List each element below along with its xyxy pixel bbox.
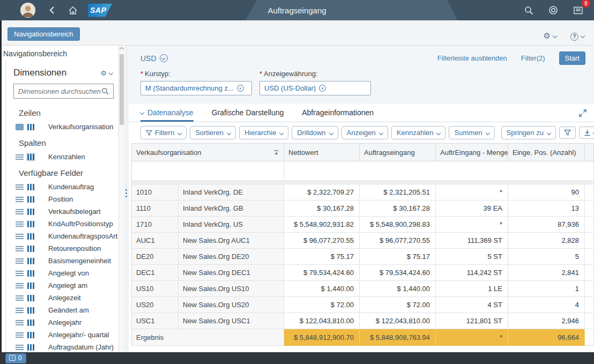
sap-logo[interactable]: SAP [88,4,112,17]
dimension-item[interactable]: Retourenposition [6,242,124,255]
kurstyp-input[interactable]: M (Standardumrechnung z... × [140,81,252,95]
columns-icon[interactable] [27,246,34,252]
toolbar-menu-button[interactable]: Hierarchie [239,126,288,139]
anzahl-cell[interactable]: 90 [508,184,585,200]
avatar[interactable] [20,3,35,18]
dimension-item[interactable]: Verkaufsbelegart [6,205,124,218]
dimensions-settings-button[interactable]: ⚙ [100,70,113,77]
org-code-cell[interactable]: USC1 [132,313,179,329]
nettowert-cell[interactable]: $ 5,548,902,931.82 [284,217,360,233]
table-filter-button[interactable] [559,127,576,139]
column-header-auftragseingang[interactable]: Auftragseingang [360,144,436,161]
anzahl-cell[interactable]: 2,828 [508,233,585,249]
nettowert-cell[interactable]: $ 30,167.28 [284,200,360,217]
go-button[interactable]: Start [559,51,585,65]
dimension-item[interactable]: Geändert am [6,304,124,316]
org-name-cell[interactable]: New Sales.Org USC1 [179,313,284,329]
columns-icon[interactable] [27,233,34,240]
toolbar-menu-button[interactable]: Drilldown [292,126,338,139]
dimension-item[interactable]: Basismengeneinheit [6,255,124,267]
auftragseingang-cell[interactable]: $ 30,167.28 [360,200,436,217]
menge-cell[interactable]: 4 ST [436,297,508,313]
org-name-cell[interactable]: Inland VerkOrg. GB [179,200,284,217]
org-name-cell[interactable]: New Sales.Org US10 [179,281,284,297]
toolbar-menu-button[interactable]: Filtern [140,126,187,139]
rows-icon[interactable] [16,345,24,350]
rows-icon[interactable] [16,209,24,214]
columns-icon[interactable] [27,258,34,264]
anzahl-cell[interactable]: 5 [508,249,585,265]
fullscreen-button[interactable] [579,104,586,122]
nettowert-cell[interactable]: $ 75.17 [284,249,360,265]
rows-icon[interactable] [16,221,24,227]
nettowert-cell[interactable]: $ 122,043,810.00 [284,313,360,329]
auftragseingang-cell[interactable]: $ 1,440.00 [360,281,436,297]
org-name-cell[interactable]: New Sales.Org DE20 [179,249,284,265]
dimension-item[interactable]: Angelegt am [6,279,124,292]
nettowert-cell[interactable]: $ 72.00 [284,297,360,313]
navigation-panel-toggle-button[interactable]: Navigationsbereich [8,27,80,41]
nettowert-cell[interactable]: $ 2,322,709.27 [284,184,360,200]
dimension-item[interactable]: KundenauftragsposArt [6,230,124,242]
auftragseingang-cell[interactable]: $ 2,321,205.51 [360,184,436,200]
rows-icon[interactable] [16,258,24,264]
menge-cell[interactable]: 114,242 ST [436,265,508,281]
org-code-cell[interactable]: 1710 [132,217,179,233]
auftragseingang-cell[interactable]: $ 5,548,900,298.83 [360,217,436,233]
rows-icon[interactable] [16,154,24,160]
anzeigewaehrung-input[interactable]: USD (US-Dollar) × [259,81,371,95]
columns-icon[interactable] [27,184,34,190]
dimension-search-box[interactable] [13,84,114,99]
dimension-item[interactable]: Verkaufsorganisation [6,121,124,133]
token-remove-icon[interactable]: × [237,85,244,92]
rows-icon[interactable] [16,308,24,313]
jump-to-button[interactable]: Springen zu [501,126,556,139]
auftragseingang-cell[interactable]: $ 96,077,270.55 [360,233,436,249]
org-code-cell[interactable]: 1110 [132,200,179,217]
auftragseingang-cell[interactable]: $ 79,534,424.60 [360,265,436,281]
dimension-item[interactable]: Position [6,193,124,205]
home-icon[interactable] [65,3,80,18]
anzahl-cell[interactable]: 4 [508,297,585,313]
anzahl-cell[interactable]: 1 [508,281,585,297]
columns-icon[interactable] [27,307,34,314]
org-name-cell[interactable]: New Sales.Org DEC1 [179,265,284,281]
dimension-item[interactable]: Anlegejahr/- quartal [6,329,124,341]
columns-icon[interactable] [27,124,34,130]
menge-cell[interactable]: 1 LE [436,281,508,297]
hide-filterbar-link[interactable]: Filterleiste ausblenden [437,54,507,62]
org-code-cell[interactable]: US20 [132,297,179,313]
rows-icon[interactable] [16,184,24,190]
header-filter-cell[interactable] [284,161,594,181]
filters-link[interactable]: Filter(2) [521,54,545,62]
rows-icon[interactable] [16,283,24,288]
org-code-cell[interactable]: AUC1 [132,233,179,249]
anzahl-cell[interactable]: 2,841 [508,265,585,281]
tab-datenanalyse[interactable]: Datenanalyse [140,104,194,122]
columns-icon[interactable] [27,320,34,326]
tab-grafische-darstellung[interactable]: Grafische Darstellung [212,104,284,122]
rows-icon[interactable] [16,246,24,251]
columns-icon[interactable] [27,270,34,277]
messages-button[interactable]: ! 0 [5,353,26,363]
nettowert-cell[interactable]: $ 96,077,270.55 [284,233,360,249]
org-name-cell[interactable]: New Sales.Org AUC1 [179,233,284,249]
notifications-icon[interactable]: 8 [570,3,585,18]
anzahl-cell[interactable]: 13 [508,200,585,217]
menge-cell[interactable]: 111,369 ST [436,233,508,249]
menge-cell[interactable]: 5 ST [436,249,508,265]
anzahl-cell[interactable]: 87,936 [508,217,585,233]
currency-variant-menu[interactable]: USD [140,54,168,63]
copilot-icon[interactable] [546,3,561,18]
columns-icon[interactable] [27,344,34,351]
scrollbar-thumb[interactable] [120,54,124,125]
anzahl-cell[interactable]: 2,946 [508,313,585,329]
tab-abfrageinformationen[interactable]: Abfrageinformationen [302,104,374,122]
dimension-item[interactable]: Kennzahlen [6,151,124,163]
column-header-nettowert[interactable]: Nettowert [284,144,360,161]
menge-cell[interactable]: 39 EA [436,200,508,217]
menge-cell[interactable]: * [436,217,508,233]
rows-icon[interactable] [16,124,24,130]
back-icon[interactable] [44,3,59,18]
dimension-item[interactable]: Angelegt von [6,267,124,279]
